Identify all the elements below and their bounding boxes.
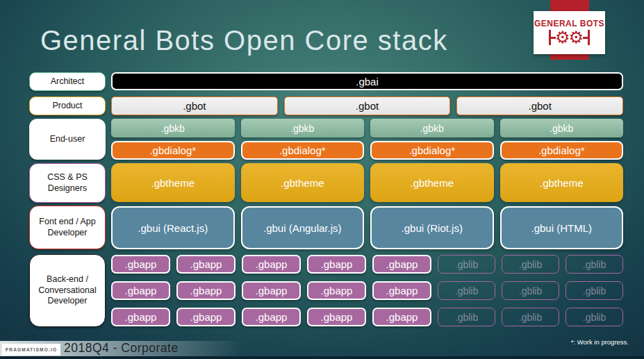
stack-box-gbdialog: .gbdialog* (370, 141, 494, 160)
stack-box-gbapp: .gbapp (307, 255, 366, 274)
stack-box-gbkb: .gbkb (500, 119, 624, 137)
stack-box-gbkb: .gbkb (370, 119, 494, 137)
page-title: General Bots Open Core stack (40, 25, 448, 56)
row-gbai: .gbai (111, 72, 623, 90)
stack-box-gbui-html: .gbui (HTML) (500, 206, 624, 249)
general-bots-logo: GENERAL BOTS ⚙⚙ (534, 11, 605, 54)
pragmatismo-logo: PRAGMATISMO.IO (2, 344, 60, 356)
gear-icon: ⚙ (555, 29, 570, 46)
stack-box-gbot: .gbot (111, 97, 278, 115)
stack-box-gbai: .gbai (111, 72, 623, 90)
stack-box-gblib: .gblib (438, 308, 495, 326)
stack-box-gbapp: .gbapp (372, 308, 431, 326)
stack-box-gbdialog: .gbdialog* (500, 141, 624, 160)
footer-edition-text: 2018Q4 - Corporate (64, 341, 179, 356)
stack-box-gblib: .gblib (565, 308, 623, 326)
row-gbkb: .gbkb .gbkb .gbkb .gbkb (111, 119, 623, 137)
stack-box-gbapp: .gbapp (307, 308, 366, 326)
row-gbui: .gbui (React.js) .gbui (Angular.js) .gbu… (111, 206, 623, 249)
slide: General Bots Open Core stack GENERAL BOT… (0, 0, 644, 359)
stack-box-gbapp: .gbapp (111, 308, 170, 326)
stack-box-gbapp: .gbapp (372, 281, 431, 300)
stack-box-gbkb: .gbkb (241, 119, 365, 137)
stack-box-gbapp: .gbapp (176, 255, 236, 274)
stack-box-gbdialog: .gbdialog* (241, 141, 365, 160)
row-gbot: .gbot .gbot .gbot (111, 97, 623, 115)
stack-box-gbtheme: .gbtheme (111, 163, 235, 202)
stack-box-gbtheme: .gbtheme (241, 163, 365, 202)
stack-box-gbot: .gbot (284, 97, 451, 115)
stack-box-gblib: .gblib (502, 255, 559, 274)
stack-box-gbtheme: .gbtheme (500, 163, 624, 202)
stack-box-gbapp: .gbapp (372, 255, 431, 274)
stack-box-gblib: .gblib (565, 281, 623, 300)
gear-icon: ⚙ (569, 29, 584, 46)
stack-box-gblib: .gblib (438, 281, 495, 300)
stack-box-gblib: .gblib (565, 255, 623, 274)
stack-box-gbapp: .gbapp (176, 281, 236, 300)
stack-box-gbkb: .gbkb (111, 119, 235, 137)
role-label-architect: Architect (29, 72, 106, 91)
role-label-css-ps-designers: CSS & PS Designers (29, 163, 106, 203)
stack-box-gblib: .gblib (502, 308, 559, 326)
gear-endbar-right (588, 30, 590, 45)
row-gbdialog: .gbdialog* .gbdialog* .gbdialog* .gbdial… (111, 141, 623, 160)
work-in-progress-note: *: Work in progress. (571, 338, 629, 346)
gear-axle-right (583, 37, 588, 39)
stack-box-gbapp: .gbapp (242, 308, 301, 326)
stack-box-gbui-react: .gbui (React.js) (111, 206, 235, 249)
stack-box-gbapp: .gbapp (111, 281, 170, 300)
stack-box-gbui-riot: .gbui (Riot.js) (370, 206, 494, 249)
row-backend-2: .gbapp .gbapp .gbapp .gbapp .gbapp .gbli… (111, 281, 623, 300)
stack-box-gbapp: .gbapp (176, 308, 236, 326)
gears-icon: ⚙⚙ (549, 27, 590, 48)
bottom-edge-strip (0, 356, 644, 359)
stack-box-gbdialog: .gbdialog* (111, 141, 235, 160)
stack-box-gbapp: .gbapp (111, 255, 170, 274)
stack-box-gbapp: .gbapp (242, 281, 301, 300)
row-gbtheme: .gbtheme .gbtheme .gbtheme .gbtheme (111, 163, 623, 202)
role-label-front-end-app-developer: Font end / App Developer (29, 206, 106, 249)
stack-box-gbui-angular: .gbui (Angular.js) (241, 206, 365, 249)
stack-box-gbapp: .gbapp (307, 281, 366, 300)
row-backend-3: .gbapp .gbapp .gbapp .gbapp .gbapp .gbli… (111, 308, 623, 326)
role-label-back-end-conversational-developer: Back-end / Conversational Developer (29, 254, 106, 327)
stack-box-gblib: .gblib (438, 255, 495, 274)
role-label-product: Product (29, 97, 106, 115)
stack-box-gbapp: .gbapp (242, 255, 301, 274)
stack-box-gbot: .gbot (456, 97, 623, 115)
stack-box-gbtheme: .gbtheme (370, 163, 494, 202)
row-backend-1: .gbapp .gbapp .gbapp .gbapp .gbapp .gbli… (111, 255, 623, 274)
stack-box-gblib: .gblib (502, 281, 559, 300)
role-label-end-user: End-user (29, 119, 106, 160)
